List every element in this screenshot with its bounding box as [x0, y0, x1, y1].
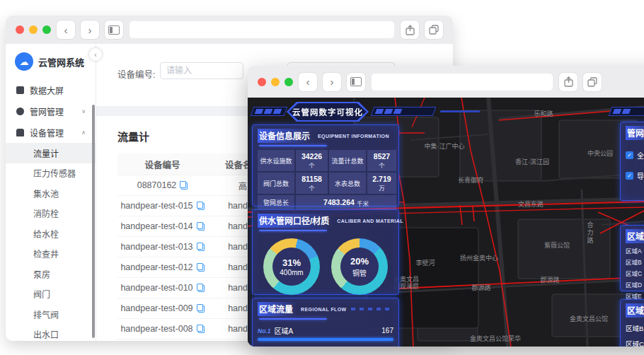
map-place-label: 李壁河 — [415, 258, 435, 267]
stat-unit: 个 — [309, 183, 315, 192]
map-road-label: 郡源路 — [471, 283, 490, 292]
device-id: handpear-test-008 — [120, 324, 192, 334]
region-row: 区域C — [626, 339, 644, 347]
equipment-stats-grid: 供水设施数 34226个 流量计总数 8527个 阀门总数 81158个 水表总… — [258, 150, 393, 216]
regional-flow-panel: 区域流量 REGIONAL FLOW No.1 区域A 167 No.2 区域C… — [252, 298, 399, 347]
dashboard: 乐和路 中集·江广中心 香江·滨江园 中央公园 长青御府 文昌东路 合力路 紫薇… — [248, 98, 644, 347]
address-bar[interactable] — [371, 73, 553, 91]
sidebar-item-label: 设备管理 — [30, 127, 64, 139]
caliber-donut-chart[interactable]: 31%400mm — [263, 238, 320, 295]
close-window-button[interactable] — [258, 78, 266, 86]
map-place-label: 扬州金奥中心 — [460, 253, 498, 262]
device-management-icon — [16, 129, 24, 136]
sidebar-item-inspection-well[interactable]: 检查井 — [6, 244, 96, 264]
checkbox-label: 导入 — [637, 170, 644, 181]
legend-label: 区域C — [626, 269, 642, 277]
sidebar-item-data-screen[interactable]: 数据大屏 — [6, 79, 96, 100]
maximize-window-button[interactable] — [42, 25, 51, 34]
layer-option[interactable]: ✓ 全选 — [626, 150, 644, 161]
forward-button[interactable]: › — [323, 73, 341, 91]
chevron-down-icon: ∨ — [81, 108, 86, 115]
sidebar-item-flowmeter[interactable]: 流量计 — [6, 143, 96, 163]
flow-bar-track — [258, 338, 393, 341]
app-logo: ☁ 云管网系统 — [6, 44, 96, 79]
browser-chrome: ‹ › — [6, 16, 453, 44]
map-place-label: 长青御府 — [458, 175, 483, 185]
sidebar-scrollbar[interactable] — [92, 105, 95, 338]
copy-icon[interactable] — [197, 284, 205, 292]
stat-label: 阀门总数 — [263, 179, 289, 188]
close-window-button[interactable] — [16, 25, 24, 34]
col-device-id: 设备编号 — [117, 158, 207, 171]
copy-icon[interactable] — [197, 202, 205, 210]
sidebar-item-water-hydrant[interactable]: 给水栓 — [6, 223, 96, 244]
checkbox-checked-icon[interactable]: ✓ — [626, 172, 633, 180]
back-button[interactable]: ‹ — [299, 73, 317, 91]
forward-button[interactable]: › — [81, 21, 99, 39]
sidebar-item-fire-hydrant[interactable]: 消防栓 — [6, 204, 96, 224]
legend-item: 区域C — [626, 269, 644, 277]
tab-overview-button[interactable] — [347, 73, 365, 91]
share-button[interactable] — [401, 21, 419, 39]
tab-overview-button[interactable] — [105, 21, 123, 39]
panel-subtitle: REGIONAL FLOW — [301, 307, 347, 312]
dashboard-title-badge: 云管网数字可视化 — [287, 102, 369, 122]
sidebar-item-pump-house[interactable]: 泵房 — [6, 264, 96, 284]
sidebar-item-pressure-sensor[interactable]: 压力传感器 — [6, 163, 96, 184]
copy-icon[interactable] — [197, 325, 205, 333]
tabs-button[interactable] — [425, 21, 443, 39]
checkbox-checked-icon[interactable]: ✓ — [626, 151, 633, 159]
stat-value: 2.719 — [372, 175, 391, 183]
minimize-window-button[interactable] — [29, 25, 38, 34]
copy-icon[interactable] — [180, 181, 188, 190]
sidebar-item-outlet[interactable]: 出水口 — [6, 325, 96, 342]
sidebar-item-exhaust-valve[interactable]: 排气阀 — [6, 304, 96, 325]
title-underline — [259, 318, 327, 320]
region-peak-panel: 区域峰值 区域A 区域B 区域C 区域D 区域E 0 — [620, 225, 644, 291]
pipe-management-icon — [16, 107, 24, 115]
stat-label: 管网总长 — [263, 198, 289, 207]
data-screen-icon — [16, 86, 24, 94]
legend-label: 区域A — [626, 246, 642, 255]
device-id: handpear-test-014 — [120, 221, 192, 231]
regional-flow-right-panel: 区域流量 区域B 区域C 区域D 区域E — [620, 299, 644, 347]
stat-unit: 万 — [379, 183, 385, 192]
panel-title: 设备信息展示 — [258, 129, 314, 143]
layer-option[interactable]: ✓ 导入 — [626, 170, 644, 181]
maximize-window-button[interactable] — [284, 78, 293, 86]
legend-item: 区域B — [626, 257, 644, 266]
device-id-input[interactable] — [160, 62, 243, 79]
panel-title: 区域流量 — [258, 302, 297, 316]
address-bar[interactable] — [129, 21, 395, 39]
tabs-button[interactable] — [583, 73, 602, 91]
copy-icon[interactable] — [197, 243, 205, 251]
device-id: handpear-test-012 — [120, 262, 192, 272]
copy-icon[interactable] — [197, 263, 205, 272]
sidebar-toggle-icon — [108, 25, 120, 35]
device-id: handpear-test-013 — [120, 242, 192, 252]
sidebar-collapse-button[interactable]: ‹ — [89, 48, 102, 61]
rank-badge: No.1 — [258, 327, 270, 334]
share-button[interactable] — [559, 73, 577, 91]
map-road-label: 文昌东路 — [518, 199, 544, 209]
flow-value: 167 — [381, 327, 393, 334]
copy-icon[interactable] — [197, 304, 205, 313]
panel-subtitle: CALIBER AND MATERIAL — [337, 219, 403, 223]
back-button[interactable]: ‹ — [57, 21, 75, 39]
copy-icon[interactable] — [197, 222, 205, 231]
stat-label: 流量计总数 — [331, 156, 363, 165]
sidebar-item-sump[interactable]: 集水池 — [6, 183, 96, 204]
minimize-window-button[interactable] — [271, 78, 280, 86]
equipment-info-panel: 设备信息展示 EQUIPMENT INFORMATION 供水设施数 34226… — [252, 124, 399, 206]
material-donut-chart[interactable]: 20%铜管 — [331, 238, 388, 295]
map-place-label: 金奥文昌公馆 — [570, 314, 608, 323]
sidebar-item-valve[interactable]: 阀门 — [6, 284, 96, 305]
sidebar-item-device-management[interactable]: 设备管理 ∧ — [6, 122, 96, 143]
app-title: 云管网系统 — [38, 55, 84, 69]
sidebar-item-pipe-management[interactable]: 管网管理 ∨ — [6, 100, 96, 122]
stat-unit: 千米 — [357, 199, 369, 207]
donut-label: 铜管 — [352, 267, 367, 278]
panel-title: 管网图层 — [626, 126, 644, 140]
title-underline — [259, 230, 327, 231]
map-road-label: 合力路 — [586, 222, 595, 245]
